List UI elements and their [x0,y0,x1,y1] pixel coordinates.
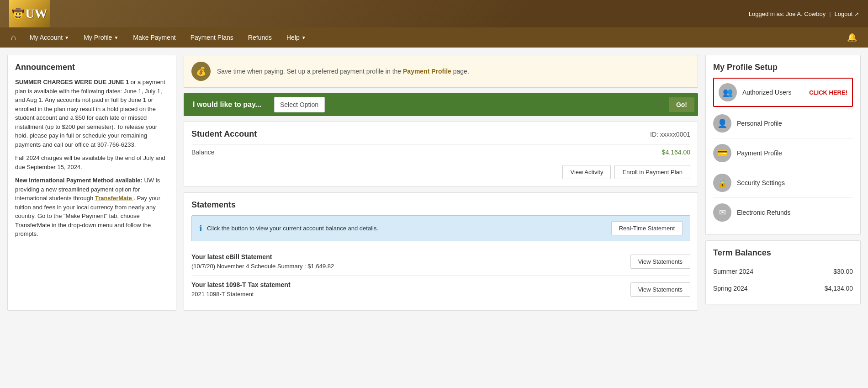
click-here-text: CLICK HERE! [809,89,847,96]
summer-term-amount: $30.00 [833,268,853,275]
nav-payment-plans[interactable]: Payment Plans [184,29,240,46]
student-account-section: Student Account ID: xxxxx0001 Balance $4… [184,122,698,187]
ebill-title: Your latest eBill Statement [191,253,334,260]
authorized-users-label: Authorized Users [742,89,791,96]
announcement-body: SUMMER CHARGES WERE DUE JUNE 1 or a paym… [15,78,169,239]
balance-amount: $4,164.00 [662,149,690,156]
tax-link[interactable]: 2021 1098-T Statement [191,291,254,298]
middle-panel: 💰 Save time when paying. Set up a prefer… [184,55,698,311]
real-time-statement-button[interactable]: Real-Time Statement [611,221,683,235]
pay-section: I would like to pay... Select Option Go! [184,93,698,116]
summer-term-name: Summer 2024 [713,268,753,275]
announcement-bold1: SUMMER CHARGES WERE DUE JUNE 1 [15,79,129,85]
term-balances-card: Term Balances Summer 2024 $30.00 Spring … [705,240,861,304]
statements-section: Statements ℹ Click the button to view yo… [184,192,698,311]
payment-profile-item[interactable]: 💳 Payment Profile [713,138,853,168]
logo-text: UW [25,6,47,21]
nav-my-account[interactable]: My Account ▼ [23,29,75,46]
logout-icon: ↗ [854,11,859,17]
security-settings-icon: 🔒 [713,174,731,192]
logout-link[interactable]: Logout ↗ [835,11,859,17]
payment-banner-text: Save time when paying. Set up a preferre… [217,68,469,75]
term-row-summer: Summer 2024 $30.00 [713,263,853,280]
account-header: Student Account ID: xxxxx0001 [191,129,690,139]
electronic-refunds-icon: ✉ [713,203,731,222]
payment-profile-label: Payment Profile [737,149,782,157]
profile-setup-card: My Profile Setup 👥 Authorized Users CLIC… [705,55,861,235]
nav-bar: ⌂ My Account ▼ My Profile ▼ Make Payment… [0,27,868,48]
spring-term-amount: $4,134.00 [825,285,853,292]
ebill-statement-row: Your latest eBill Statement (10/7/20) No… [191,248,690,276]
info-banner-text: Click the button to view your current ac… [207,225,378,232]
pay-select-wrapper: Select Option Go! [270,93,698,116]
security-settings-label: Security Settings [737,179,785,186]
pay-select[interactable]: Select Option [274,97,325,112]
announcement-text2: Fall 2024 charges will be available by t… [15,154,165,170]
announcement-bold2: New International Payment Method availab… [15,177,143,184]
announcement-title: Announcement [15,63,169,72]
payment-banner: 💰 Save time when paying. Set up a prefer… [184,55,698,88]
electronic-refunds-label: Electronic Refunds [737,209,791,216]
info-banner: ℹ Click the button to view your current … [191,215,690,241]
personal-profile-item[interactable]: 👤 Personal Profile [713,109,853,138]
ebill-link[interactable]: (10/7/20) November 4 Schedule Summary : [191,263,307,270]
authorized-users-icon: 👥 [719,83,737,101]
personal-profile-icon: 👤 [713,114,731,133]
nav-my-profile[interactable]: My Profile ▼ [77,29,125,46]
caret-icon: ▼ [64,35,69,40]
account-id: ID: xxxxx0001 [650,131,690,138]
bell-icon[interactable]: 🔔 [842,29,863,46]
payment-profile-icon: 💳 [713,144,731,162]
balance-label: Balance [191,149,215,156]
electronic-refunds-item[interactable]: ✉ Electronic Refunds [713,198,853,227]
authorized-users-item[interactable]: 👥 Authorized Users CLICK HERE! [713,78,853,107]
transfermate-link[interactable]: TransferMate [95,195,134,202]
nav-refunds[interactable]: Refunds [242,29,278,46]
logo-area: 🤠 UW [9,0,50,27]
announcement-text1: or a payment plan is available with the … [15,79,165,148]
view-activity-button[interactable]: View Activity [562,165,611,179]
payment-profile-link[interactable]: Payment Profile [403,68,453,75]
account-actions: View Activity Enroll in Payment Plan [191,165,690,179]
tax-statement-row: Your latest 1098-T Tax statement 2021 10… [191,276,690,303]
info-icon: ℹ [199,223,202,234]
nav-make-payment[interactable]: Make Payment [127,29,182,46]
personal-profile-label: Personal Profile [737,120,782,127]
home-icon[interactable]: ⌂ [5,29,21,46]
spring-term-name: Spring 2024 [713,285,748,292]
go-button[interactable]: Go! [669,97,694,112]
security-settings-item[interactable]: 🔒 Security Settings [713,168,853,198]
caret-icon: ▼ [114,35,118,40]
main-content: Announcement SUMMER CHARGES WERE DUE JUN… [0,48,868,318]
balance-row: Balance $4,164.00 [191,144,690,159]
separator: | [829,11,831,17]
tax-view-statements-button[interactable]: View Statements [630,282,690,297]
profile-setup-title: My Profile Setup [713,63,853,72]
ebill-amount: $1,649.82 [307,263,334,270]
logged-in-text: Logged in as: Joe A. Cowboy [749,11,826,17]
account-title: Student Account [191,129,257,139]
payment-banner-icon: 💰 [191,62,211,81]
nav-help[interactable]: Help ▼ [280,29,312,46]
enroll-payment-plan-button[interactable]: Enroll in Payment Plan [614,165,690,179]
ebill-view-statements-button[interactable]: View Statements [630,255,690,269]
caret-icon: ▼ [302,35,306,40]
ebill-info: Your latest eBill Statement (10/7/20) No… [191,253,334,270]
tax-title: Your latest 1098-T Tax statement [191,281,291,288]
top-header: 🤠 UW Logged in as: Joe A. Cowboy | Logou… [0,0,868,27]
pay-label: I would like to pay... [184,93,270,116]
uw-logo[interactable]: 🤠 UW [9,0,50,27]
user-info-area: Logged in as: Joe A. Cowboy | Logout ↗ [749,11,859,17]
announcement-panel: Announcement SUMMER CHARGES WERE DUE JUN… [7,55,176,311]
right-panel: My Profile Setup 👥 Authorized Users CLIC… [705,55,861,311]
term-row-spring: Spring 2024 $4,134.00 [713,280,853,297]
statements-title: Statements [191,200,690,210]
tax-info: Your latest 1098-T Tax statement 2021 10… [191,281,291,298]
term-balances-title: Term Balances [713,248,853,258]
pay-select-container: Select Option [274,97,665,112]
